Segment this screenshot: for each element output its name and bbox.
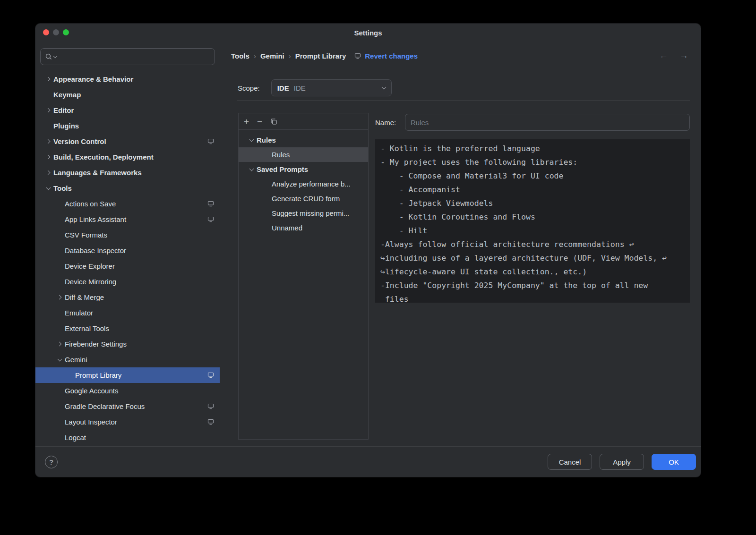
sidebar-item-label: Keymap — [53, 91, 81, 99]
prompt-text-content: - Kotlin is the preferred language - My … — [375, 139, 690, 303]
prompt-group-rules[interactable]: Rules — [239, 133, 368, 147]
chevron-right-icon — [54, 336, 65, 352]
prompt-group-saved-prompts[interactable]: Saved Prompts — [239, 162, 368, 177]
prompt-item-rules[interactable]: Rules — [239, 147, 368, 162]
sidebar-item-label: External Tools — [65, 324, 109, 332]
scope-value-secondary: IDE — [294, 84, 306, 92]
sidebar-item-actions-on-save[interactable]: Actions on Save — [35, 196, 220, 212]
sidebar-item-app-links-assistant[interactable]: App Links Assistant — [35, 212, 220, 227]
sidebar-item-emulator[interactable]: Emulator — [35, 305, 220, 321]
sidebar-item-logcat[interactable]: Logcat — [35, 430, 220, 445]
ide-settings-icon — [354, 53, 361, 59]
prompt-item-unnamed[interactable]: Unnamed — [239, 221, 368, 235]
prompt-item-generate-crud-form[interactable]: Generate CRUD form — [239, 191, 368, 206]
ide-settings-icon — [207, 138, 214, 144]
breadcrumb-gemini[interactable]: Gemini — [260, 52, 284, 60]
sidebar-item-tools[interactable]: Tools — [35, 180, 220, 196]
sidebar-item-keymap[interactable]: Keymap — [35, 87, 220, 102]
chevron-spacer — [54, 243, 65, 258]
prompt-group-label: Rules — [257, 136, 276, 144]
sidebar-item-label: Diff & Merge — [65, 293, 104, 301]
prompt-text-editor[interactable]: - Kotlin is the preferred language - My … — [375, 139, 690, 303]
sidebar-item-google-accounts[interactable]: Google Accounts — [35, 383, 220, 399]
sidebar-item-appearance-behavior[interactable]: Appearance & Behavior — [35, 71, 220, 87]
ok-button[interactable]: OK — [652, 454, 696, 470]
ide-settings-icon — [207, 201, 214, 207]
revert-changes-link[interactable]: Revert changes — [365, 52, 418, 60]
back-arrow-button[interactable]: ← — [659, 51, 668, 61]
scope-value-primary: IDE — [277, 84, 289, 92]
sidebar-item-label: Gradle Declarative Focus — [65, 402, 145, 410]
settings-sidebar: Appearance & Behavior Keymap Editor Plug… — [35, 42, 220, 446]
chevron-spacer — [43, 118, 53, 134]
sidebar-item-external-tools[interactable]: External Tools — [35, 321, 220, 336]
sidebar-item-prompt-library[interactable]: Prompt Library — [35, 367, 220, 383]
sidebar-item-label: Emulator — [65, 309, 93, 317]
chevron-spacer — [54, 258, 65, 274]
sidebar-item-label: Actions on Save — [65, 200, 116, 208]
sidebar-item-plugins[interactable]: Plugins — [35, 118, 220, 134]
chevron-right-icon — [43, 149, 53, 165]
breadcrumb-separator: › — [249, 52, 260, 60]
duplicate-prompt-button[interactable] — [270, 118, 277, 125]
sidebar-item-device-explorer[interactable]: Device Explorer — [35, 258, 220, 274]
sidebar-item-label: Logcat — [65, 433, 86, 442]
search-history-chevron-icon — [54, 56, 57, 58]
prompt-name-label: Name: — [375, 119, 405, 127]
cancel-button[interactable]: Cancel — [548, 454, 592, 470]
settings-window: Settings Appearance & Behavior Keymap Ed… — [35, 24, 701, 477]
add-prompt-button[interactable]: + — [244, 117, 249, 126]
section-divider — [237, 100, 690, 101]
history-navigation: ← → — [659, 42, 688, 70]
prompt-list-panel: + − Rules Rules Save — [238, 113, 369, 440]
sidebar-item-label: Device Explorer — [65, 262, 115, 270]
chevron-spacer — [54, 399, 65, 414]
ide-settings-icon — [207, 372, 214, 378]
sidebar-item-label: Firebender Settings — [65, 340, 127, 348]
settings-content: Tools › Gemini › Prompt Library Revert c… — [221, 42, 701, 446]
sidebar-item-diff-merge[interactable]: Diff & Merge — [35, 289, 220, 305]
sidebar-item-device-mirroring[interactable]: Device Mirroring — [35, 274, 220, 289]
apply-button[interactable]: Apply — [600, 454, 644, 470]
sidebar-item-label: Plugins — [53, 122, 79, 130]
sidebar-item-label: Build, Execution, Deployment — [53, 153, 154, 161]
chevron-right-icon — [43, 71, 53, 87]
sidebar-item-label: Database Inspector — [65, 246, 126, 255]
chevron-down-icon — [246, 133, 257, 147]
sidebar-item-build-execution-deployment[interactable]: Build, Execution, Deployment — [35, 149, 220, 165]
sidebar-item-gradle-declarative-focus[interactable]: Gradle Declarative Focus — [35, 399, 220, 414]
sidebar-item-label: Device Mirroring — [65, 278, 116, 286]
zoom-window-button[interactable] — [63, 29, 69, 35]
minimize-window-button[interactable] — [53, 29, 59, 35]
sidebar-item-database-inspector[interactable]: Database Inspector — [35, 243, 220, 258]
chevron-right-icon — [54, 289, 65, 305]
prompt-item-label: Suggest missing permi... — [272, 209, 349, 217]
prompt-item-analyze-performance[interactable]: Analyze performance b... — [239, 177, 368, 191]
ide-settings-icon — [207, 403, 214, 409]
close-window-button[interactable] — [43, 29, 49, 35]
chevron-spacer — [54, 414, 65, 430]
settings-search-input[interactable] — [40, 48, 215, 65]
ide-settings-icon — [207, 419, 214, 425]
remove-prompt-button[interactable]: − — [257, 117, 262, 126]
sidebar-item-version-control[interactable]: Version Control — [35, 134, 220, 149]
breadcrumb-tools[interactable]: Tools — [231, 52, 249, 60]
scope-dropdown[interactable]: IDE IDE — [271, 79, 392, 96]
prompt-name-input[interactable] — [405, 114, 690, 131]
prompt-list-toolbar: + − — [239, 113, 368, 130]
breadcrumb-prompt-library: Prompt Library — [295, 52, 346, 60]
sidebar-item-layout-inspector[interactable]: Layout Inspector — [35, 414, 220, 430]
chevron-right-icon — [43, 102, 53, 118]
prompt-item-suggest-missing-permissions[interactable]: Suggest missing permi... — [239, 206, 368, 221]
sidebar-item-firebender-settings[interactable]: Firebender Settings — [35, 336, 220, 352]
sidebar-item-gemini[interactable]: Gemini — [35, 352, 220, 367]
sidebar-item-csv-formats[interactable]: CSV Formats — [35, 227, 220, 243]
forward-arrow-button[interactable]: → — [679, 51, 688, 61]
search-icon — [45, 53, 52, 60]
sidebar-item-label: Google Accounts — [65, 387, 118, 395]
help-button[interactable]: ? — [45, 456, 58, 468]
sidebar-item-editor[interactable]: Editor — [35, 102, 220, 118]
sidebar-item-languages-frameworks[interactable]: Languages & Frameworks — [35, 165, 220, 180]
prompt-group-label: Saved Prompts — [257, 165, 308, 173]
chevron-spacer — [54, 383, 65, 399]
